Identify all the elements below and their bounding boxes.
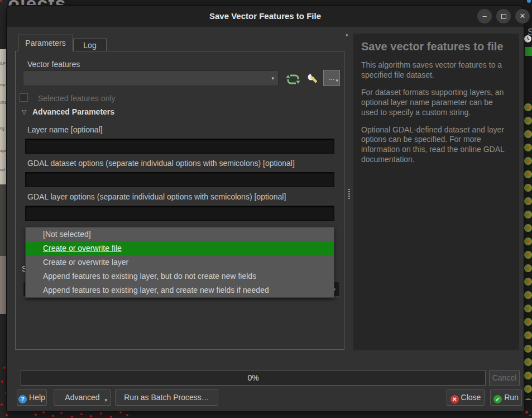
- dropdown-option[interactable]: Append features to existing layer, and c…: [26, 283, 334, 297]
- help-question-icon: ?: [18, 395, 27, 403]
- tab-scroll-arrow[interactable]: ▸: [346, 32, 349, 37]
- dropdown-option-selected[interactable]: Create or overwrite file: [26, 241, 334, 255]
- wrench-settings-icon[interactable]: [306, 73, 320, 87]
- iterate-over-layer-icon[interactable]: [286, 73, 300, 86]
- layer-name-input[interactable]: [25, 139, 334, 154]
- panel-splitter-handle[interactable]: [348, 189, 350, 200]
- background-panel-strip: S: [524, 0, 532, 418]
- tab-parameters[interactable]: Parameters: [18, 35, 73, 51]
- vector-features-label: Vector features: [27, 60, 80, 69]
- help-panel: Save vector features to file This algori…: [353, 34, 519, 350]
- help-paragraph: This algorithm saves vector features to …: [361, 60, 511, 80]
- advanced-parameters-label: Advanced Parameters: [32, 107, 114, 116]
- maximize-icon: [501, 14, 506, 19]
- map-point-features: [0, 0, 2, 2]
- chevron-down-icon: ▾: [336, 73, 338, 88]
- selected-features-checkbox[interactable]: [20, 93, 28, 102]
- selected-features-label: Selected features only: [38, 94, 116, 103]
- progress-bar: 0%: [21, 370, 486, 386]
- map-label-fragment: ng: [0, 126, 4, 130]
- gdal-dataset-options-input[interactable]: [25, 172, 334, 187]
- map-label-fragment: mp: [0, 83, 6, 87]
- maximize-button[interactable]: [496, 9, 511, 23]
- blue-indicator-dot: [527, 0, 531, 3]
- vector-features-combobox[interactable]: ▾: [23, 70, 279, 86]
- close-button-label: Close: [461, 393, 481, 402]
- help-paragraph: Optional GDAL-defined dataset and layer …: [361, 125, 511, 165]
- advanced-menu-button[interactable]: Advanced ▾: [54, 390, 111, 406]
- run-as-batch-button[interactable]: Run as Batch Process…: [115, 390, 218, 406]
- ellipsis-label: …: [328, 74, 335, 82]
- action-dropdown-list: [Not selected] Create or overwrite file …: [25, 227, 334, 298]
- help-button-label: Help: [29, 393, 45, 402]
- clock-icon: [524, 35, 532, 43]
- gdal-dataset-options-label: GDAL dataset options (separate individua…: [27, 159, 295, 168]
- tab-log[interactable]: Log: [73, 39, 107, 51]
- map-label-fragment: ti,P: [0, 61, 6, 65]
- red-splat-icon: [525, 411, 528, 414]
- dropdown-option[interactable]: [Not selected]: [26, 227, 334, 241]
- map-label-fragment: sol: [0, 168, 5, 172]
- help-button[interactable]: ?Help: [17, 390, 47, 406]
- dialog-title: Save Vector Features to File: [7, 6, 524, 27]
- cancel-button[interactable]: Cancel: [489, 370, 520, 386]
- help-paragraph: For dataset formats supporting layers, a…: [361, 88, 511, 118]
- layer-name-label: Layer name [optional]: [27, 125, 103, 134]
- run-check-icon: ✓: [493, 395, 502, 403]
- gdal-layer-options-label: GDAL layer options (separate individual …: [27, 192, 286, 201]
- gdal-layer-options-input[interactable]: [25, 206, 334, 221]
- green-layer-bar: [525, 47, 532, 56]
- close-x-icon: ✕: [450, 395, 459, 403]
- run-button[interactable]: ✓Run: [490, 390, 522, 406]
- chevron-down-icon: ▾: [271, 75, 274, 81]
- minimize-button[interactable]: –: [477, 9, 492, 23]
- map-label-fragment: ape: [0, 149, 7, 153]
- advanced-parameters-expander[interactable]: ▽: [22, 108, 26, 116]
- browse-options-button[interactable]: … ▾: [323, 70, 340, 86]
- close-button[interactable]: ✕Close: [447, 390, 485, 406]
- help-panel-title: Save vector features to file: [361, 40, 511, 53]
- chevron-down-icon: ▾: [104, 393, 107, 408]
- dialog-titlebar[interactable]: Save Vector Features to File – ✕: [7, 6, 524, 27]
- run-button-label: Run: [504, 393, 519, 402]
- dropdown-option[interactable]: Append features to existing layer, but d…: [26, 269, 334, 283]
- parameters-panel: Vector features ▾ … ▾ Selected features …: [15, 51, 344, 350]
- layer-icon-column: [524, 101, 532, 400]
- advanced-button-label: Advanced: [65, 393, 99, 402]
- dropdown-option[interactable]: Create or overwrite layer: [26, 255, 334, 269]
- close-window-button[interactable]: ✕: [515, 9, 530, 23]
- save-vector-features-dialog: Save Vector Features to File – ✕ Paramet…: [7, 6, 524, 411]
